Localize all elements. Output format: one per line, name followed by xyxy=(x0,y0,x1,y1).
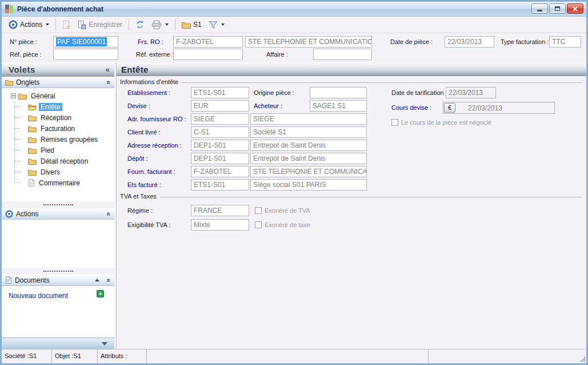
acheteur-field[interactable]: SAGE1 S1 xyxy=(310,100,367,112)
ref-externe-field[interactable] xyxy=(173,49,243,60)
adr-fournisseur-desc-field[interactable]: SIEGE xyxy=(250,113,367,125)
save-button[interactable]: Enregistrer xyxy=(74,19,126,31)
frs-ro-label[interactable]: Frs. RO : xyxy=(138,38,163,45)
field-row-adr-fournisseur: Adr. fournisseur RO : SIEGE SIEGE xyxy=(127,113,367,125)
cours-devise-field[interactable]: € 22/03/2013 xyxy=(443,102,555,114)
tree-node-commentaire[interactable]: Commentaire xyxy=(2,177,114,188)
exigibilite-field[interactable]: Mixte xyxy=(191,219,249,231)
close-button[interactable] xyxy=(567,3,583,14)
documents-section-body: Nouveau document + xyxy=(2,286,114,338)
collapse-section-icon[interactable]: « xyxy=(105,278,113,282)
minimize-button[interactable] xyxy=(531,3,548,14)
date-piece-field[interactable]: 22/03/2013 xyxy=(445,36,494,47)
regime-field[interactable]: FRANCE xyxy=(191,205,249,216)
info-fields: Etablissement : ETS1-S01 Origine pièce :… xyxy=(127,87,367,192)
documents-label: Documents xyxy=(15,276,92,284)
entete-banner: Entête xyxy=(117,63,586,76)
devise-field[interactable]: EUR xyxy=(191,100,249,112)
fourn-facturant-code-field[interactable]: F-ZABOTEL xyxy=(191,166,249,177)
documents-section-header[interactable]: Documents « xyxy=(2,275,114,286)
origine-piece-field[interactable] xyxy=(310,87,367,98)
folder-icon xyxy=(182,21,191,29)
exonere-tva-checkbox[interactable]: Exonéré de TVA xyxy=(255,205,310,216)
resize-grip[interactable] xyxy=(580,356,585,362)
adr-fournisseur-label[interactable]: Adr. fournisseur RO : xyxy=(127,113,191,125)
filter-icon xyxy=(209,21,218,29)
tree-node-divers[interactable]: Divers xyxy=(2,166,114,177)
folder-icon xyxy=(5,79,13,86)
depot-code-field[interactable]: DEP1-S01 xyxy=(191,153,249,164)
tree-node-general[interactable]: Général xyxy=(2,90,114,101)
client-livre-label[interactable]: Client livré : xyxy=(127,126,191,138)
acheteur-label[interactable]: Acheteur : xyxy=(250,100,310,112)
n-piece-field[interactable]: PAF SIE000001 xyxy=(53,36,118,47)
collapse-section-icon[interactable]: « xyxy=(105,212,113,216)
affaire-field[interactable] xyxy=(313,49,372,60)
app-window: Pièce d'abonnement achat Actions xyxy=(0,0,588,365)
folder-context-button[interactable]: S1 xyxy=(178,19,205,30)
volets-title: Volets xyxy=(9,65,106,74)
new-document-button[interactable] xyxy=(59,19,74,31)
tree-node-pied[interactable]: Pied xyxy=(2,145,114,156)
exonere-taxe-checkbox[interactable]: Exonéré de taxe xyxy=(255,219,310,231)
new-document-link[interactable]: Nouveau document xyxy=(9,292,68,300)
tree-node-detail-reception[interactable]: Détail réception xyxy=(2,156,114,166)
tva-group-header: TVA et Taxes xyxy=(120,193,582,200)
tree-node-remises-groupees[interactable]: Remises groupées xyxy=(2,134,114,145)
actions-section-header[interactable]: Actions « xyxy=(2,208,114,220)
add-document-button[interactable]: + xyxy=(97,290,104,297)
ets-facture-label[interactable]: Ets facturé : xyxy=(127,179,191,191)
frs-ro-code-field[interactable]: F-ZABOTEL xyxy=(173,36,243,47)
ets-facture-code-field[interactable]: ETS1-S01 xyxy=(191,179,249,191)
checkbox-icon xyxy=(391,119,398,126)
adresse-reception-label[interactable]: Adresse réception : xyxy=(127,140,191,151)
etablissement-field[interactable]: ETS1-S01 xyxy=(191,87,249,98)
maximize-button[interactable] xyxy=(549,3,566,14)
cours-negocie-checkbox[interactable]: Le cours de la pièce est négocié xyxy=(391,119,491,126)
type-facturation-field[interactable]: TTC xyxy=(549,36,581,47)
tree-node-reception[interactable]: Réception xyxy=(2,112,114,123)
open-folder-icon xyxy=(28,104,37,110)
document-icon xyxy=(5,276,12,284)
adr-fournisseur-code-field[interactable]: SIEGE xyxy=(191,113,249,125)
adresse-reception-desc-field[interactable]: Entrepot de Saint Denis xyxy=(250,140,367,151)
sidebar-splitter[interactable] xyxy=(2,201,114,208)
collapse-node-icon[interactable] xyxy=(11,93,16,98)
adresse-reception-code-field[interactable]: DEP1-S01 xyxy=(191,140,249,151)
client-livre-code-field[interactable]: C-S1 xyxy=(191,126,249,138)
cours-devise-label[interactable]: Cours devise : xyxy=(391,104,431,111)
filter-button[interactable] xyxy=(205,19,228,30)
etablissement-label[interactable]: Etablissement : xyxy=(127,87,191,98)
sidebar-splitter[interactable] xyxy=(2,268,114,275)
euro-button[interactable]: € xyxy=(444,103,455,113)
toolbar: Actions Enregistrer xyxy=(2,17,586,33)
ref-piece-label: Réf. pièce : xyxy=(10,51,42,58)
collapse-panel-icon[interactable]: « xyxy=(106,65,110,74)
print-button[interactable] xyxy=(148,19,172,31)
ref-piece-field[interactable] xyxy=(53,49,118,60)
dropdown-arrow-icon[interactable] xyxy=(102,342,107,346)
devise-label[interactable]: Devise : xyxy=(127,100,191,112)
field-row-devise: Devise : EUR Acheteur : SAGE1 S1 xyxy=(127,100,367,112)
frs-ro-name-field[interactable]: STE TELEPHONIE ET COMMUNICATION xyxy=(245,36,372,47)
ets-facture-desc-field[interactable]: Siège social S01 PARIS xyxy=(250,179,367,191)
date-tarification-field[interactable]: 22/03/2013 xyxy=(446,87,496,98)
client-livre-desc-field[interactable]: Société S1 xyxy=(250,126,367,138)
tree-node-facturation[interactable]: Facturation xyxy=(2,123,114,134)
depot-desc-field[interactable]: Entrepot de Saint Denis xyxy=(250,153,367,164)
depot-label[interactable]: Dépôt : xyxy=(127,153,191,164)
save-icon xyxy=(78,21,86,29)
type-facturation-label: Type facturation : xyxy=(501,38,549,45)
tree-node-entete[interactable]: Entête xyxy=(2,101,114,112)
fourn-facturant-desc-field[interactable]: STE TELEPHONIE ET COMMUNICATION xyxy=(250,166,367,177)
onglets-section-header[interactable]: Onglets « xyxy=(2,77,114,88)
scroll-up-icon[interactable] xyxy=(95,279,99,281)
document-icon xyxy=(28,179,35,187)
folder-icon xyxy=(28,125,37,132)
onglets-label: Onglets xyxy=(16,78,104,86)
collapse-section-icon[interactable]: « xyxy=(105,80,113,84)
actions-menu-button[interactable]: Actions xyxy=(5,18,53,31)
refresh-button[interactable] xyxy=(132,18,148,31)
fourn-facturant-label[interactable]: Fourn. facturant : xyxy=(127,166,191,177)
main-panel: Entête Informations d'entête Etablisseme… xyxy=(116,63,586,349)
